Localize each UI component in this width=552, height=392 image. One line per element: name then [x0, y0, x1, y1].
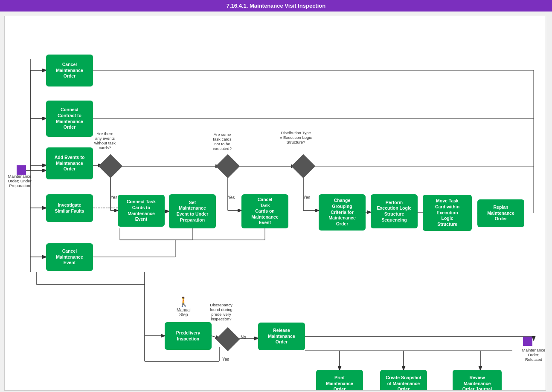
- release-mo-box[interactable]: ReleaseMaintenanceOrder: [258, 323, 305, 350]
- end-node-label: MaintenanceOrder;Released: [517, 348, 546, 362]
- start-node-label: MaintenanceOrder; UnderPreparation: [5, 174, 35, 188]
- yes-label-4: Yes: [222, 357, 229, 362]
- manual-step-icon: 🚶 ManualStep: [177, 297, 191, 317]
- diamond-1-label: Are thereany eventswithout taskcards?: [88, 131, 122, 150]
- diamond-2-label: Are sometask cardsnot to beexecuted?: [205, 132, 239, 151]
- investigate-faults-box[interactable]: InvestigateSimilar Faults: [46, 194, 93, 222]
- diamond-3: [291, 154, 316, 179]
- diamond-1: [99, 154, 123, 179]
- diagram-title: 7.16.4.1. Maintenance Visit Inspection: [227, 3, 325, 9]
- cancel-event-box[interactable]: CancelMaintenanceEvent: [46, 243, 93, 271]
- end-node: [523, 337, 532, 346]
- print-mo-box[interactable]: PrintMaintenanceOrder: [316, 370, 363, 391]
- change-grouping-box[interactable]: ChangeGroupingCriteria forMaintenanceOrd…: [319, 194, 366, 231]
- no-label-1: No: [241, 335, 246, 340]
- predelivery-inspection-box[interactable]: PredeliveryInspection: [165, 322, 212, 350]
- diamond-4: [216, 327, 240, 352]
- cancel-task-cards-box[interactable]: CancelTaskCards onMaintenanceEvent: [241, 194, 288, 228]
- replan-mo-box[interactable]: ReplanMaintenanceOrder: [477, 199, 524, 227]
- yes-label-2: Yes: [228, 195, 235, 200]
- diamond-4-label: Discrepancyfound duringpredeliveryinspec…: [201, 303, 241, 321]
- create-snapshot-box[interactable]: Create Snapshotof MaintenanceOrder: [380, 370, 427, 391]
- set-under-prep-box[interactable]: SetMaintenanceEvent to UnderPreparation: [169, 194, 216, 228]
- move-task-card-box[interactable]: Move TaskCard withinExecutionLogicStruct…: [423, 195, 472, 231]
- diamond-3-label: Distribution Type= Execution LogicStruct…: [276, 130, 316, 144]
- connect-contract-box[interactable]: ConnectContract toMaintenanceOrder: [46, 101, 93, 137]
- diagram-container: MaintenanceOrder; UnderPreparation Cance…: [4, 16, 546, 391]
- add-events-box[interactable]: Add Events toMaintenanceOrder: [46, 147, 93, 179]
- review-journal-box[interactable]: ReviewMaintenanceOrder Journal: [453, 370, 502, 391]
- title-bar: 7.16.4.1. Maintenance Visit Inspection: [0, 0, 552, 12]
- diamond-2: [216, 154, 240, 179]
- cancel-maintenance-order-box[interactable]: CancelMaintenanceOrder: [46, 55, 93, 86]
- yes-label-1: Yes: [110, 195, 117, 200]
- connect-task-cards-box[interactable]: Connect TaskCards toMaintenanceEvent: [118, 195, 165, 227]
- yes-label-3: Yes: [303, 195, 310, 200]
- perform-execution-box[interactable]: PerformExecution LogicStructureSequencin…: [371, 194, 418, 228]
- start-node: [17, 165, 26, 175]
